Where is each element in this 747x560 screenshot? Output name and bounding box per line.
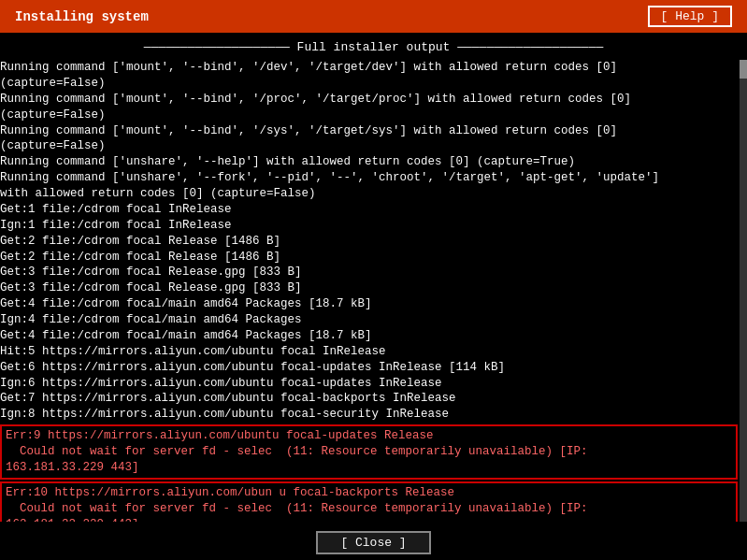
- log-line: Get:4 file:/cdrom focal/main amd64 Packa…: [0, 296, 738, 312]
- error-block: Err:10 https://mirrors.aliyun.com/ubun u…: [0, 481, 738, 522]
- error-block: Err:9 https://mirrors.aliyun.com/ubuntu …: [0, 424, 738, 480]
- scrollbar-track[interactable]: [740, 60, 747, 522]
- footer: [ Close ]: [0, 525, 747, 560]
- log-line: Running command ['mount', '--bind', '/de…: [0, 60, 738, 76]
- title-bar: Installing system [ Help ]: [0, 0, 747, 33]
- log-line: Ign:4 file:/cdrom focal/main amd64 Packa…: [0, 312, 738, 328]
- log-line: Get:7 https://mirrors.aliyun.com/ubuntu …: [0, 391, 738, 407]
- log-line: Ign:1 file:/cdrom focal InRelease: [0, 218, 738, 234]
- log-line: Get:2 file:/cdrom focal Release [1486 B]: [0, 250, 738, 266]
- close-button[interactable]: [ Close ]: [316, 531, 430, 554]
- log-line: Ign:8 https://mirrors.aliyun.com/ubuntu …: [0, 407, 738, 423]
- log-line: (capture=False): [0, 76, 738, 92]
- log-wrapper: Running command ['mount', '--bind', '/de…: [0, 60, 747, 522]
- log-line: Get:4 file:/cdrom focal/main amd64 Packa…: [0, 328, 738, 344]
- log-line: Get:3 file:/cdrom focal Release.gpg [833…: [0, 280, 738, 296]
- error-header: Err:9 https://mirrors.aliyun.com/ubuntu …: [6, 428, 732, 444]
- log-line: Running command ['mount', '--bind', '/pr…: [0, 92, 738, 108]
- log-line: Running command ['unshare', '--fork', '-…: [0, 170, 738, 186]
- error-body: Could not wait for server fd - selec (11…: [6, 501, 732, 522]
- log-line: (capture=False): [0, 138, 738, 154]
- log-content: Running command ['mount', '--bind', '/de…: [0, 60, 747, 522]
- log-line: Ign:6 https://mirrors.aliyun.com/ubuntu …: [0, 376, 738, 392]
- error-body: Could not wait for server fd - selec (11…: [6, 444, 732, 476]
- error-header: Err:10 https://mirrors.aliyun.com/ubun u…: [6, 485, 732, 501]
- log-line: Get:3 file:/cdrom focal Release.gpg [833…: [0, 265, 738, 280]
- log-line: Get:6 https://mirrors.aliyun.com/ubuntu …: [0, 360, 738, 376]
- log-line: Get:2 file:/cdrom focal Release [1486 B]: [0, 234, 738, 250]
- log-line: (capture=False): [0, 108, 738, 123]
- output-header: ———————————————————— Full installer outp…: [0, 36, 747, 60]
- window-title: Installing system: [15, 9, 149, 24]
- log-line: with allowed return codes [0] (capture=F…: [0, 186, 738, 202]
- log-line: Running command ['mount', '--bind', '/sy…: [0, 123, 738, 139]
- main-content: ———————————————————— Full installer outp…: [0, 33, 747, 525]
- help-button[interactable]: [ Help ]: [648, 6, 732, 27]
- scrollbar-thumb[interactable]: [740, 60, 747, 79]
- log-line: Get:1 file:/cdrom focal InRelease: [0, 202, 738, 218]
- log-line: Hit:5 https://mirrors.aliyun.com/ubuntu …: [0, 344, 738, 360]
- log-line: Running command ['unshare', '--help'] wi…: [0, 154, 738, 170]
